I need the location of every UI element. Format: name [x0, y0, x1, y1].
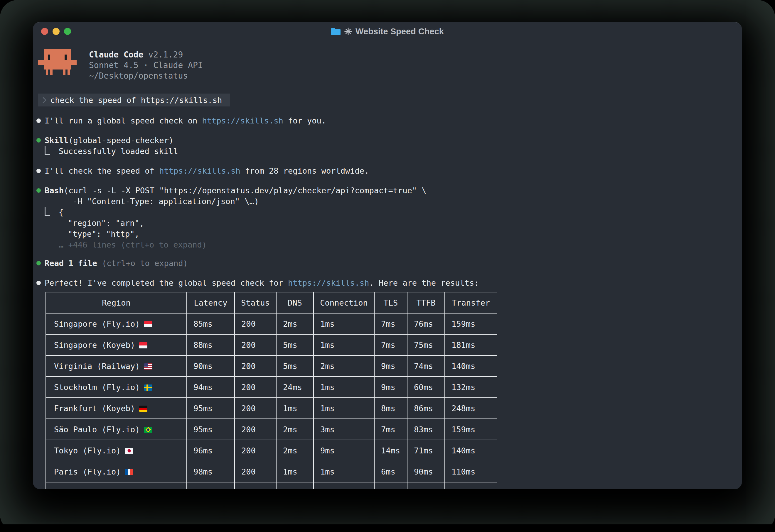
metric-cell: 94ms — [187, 377, 235, 398]
metric-cell: 140ms — [445, 440, 497, 461]
skills-link[interactable]: https://skills.sh — [202, 116, 283, 125]
metric-cell: 86ms — [407, 398, 445, 419]
metric-cell: 2ms — [276, 313, 314, 334]
tool-bullet-icon — [36, 138, 41, 143]
desktop-background: Website Speed Check — [0, 0, 775, 532]
metric-cell: 159ms — [445, 419, 497, 440]
metric-cell: 1ms — [276, 398, 314, 419]
prompt-chevron-icon — [40, 97, 46, 103]
metric-cell: 200 — [235, 355, 276, 377]
metric-cell — [187, 482, 235, 489]
app-name: Claude Code — [89, 50, 143, 60]
bash-call-text: Bash(curl -s -L -X POST "https://opensta… — [45, 185, 426, 196]
skill-result-text: Successfully loaded skill — [59, 146, 178, 157]
region-cell: São Paulo (Fly.io) — [46, 419, 187, 440]
metric-cell: 7ms — [374, 334, 407, 355]
assistant-text: Perfect! I've completed the global speed… — [45, 277, 479, 288]
assistant-text: I'll check the speed of https://skills.s… — [45, 165, 369, 176]
table-row: Paris (Fly.io)98ms2001ms1ms6ms90ms110ms — [46, 461, 497, 482]
skill-call-line: Skill(global-speed-checker) — [36, 135, 738, 146]
metric-cell: 90ms — [407, 461, 445, 482]
flag-icon-sg — [144, 321, 152, 327]
read-text: Read 1 file (ctrl+o to expand) — [45, 258, 188, 269]
metric-cell: 8ms — [374, 398, 407, 419]
metric-cell: 5ms — [276, 355, 314, 377]
metric-cell: 132ms — [445, 377, 497, 398]
column-header: Latency — [187, 292, 235, 313]
window-title-group: Website Speed Check — [33, 22, 742, 41]
skills-link[interactable]: https://skills.sh — [288, 278, 369, 287]
metric-cell: 200 — [235, 313, 276, 334]
metric-cell: 83ms — [407, 419, 445, 440]
table-row-partial — [46, 482, 497, 489]
metric-cell: 200 — [235, 419, 276, 440]
metric-cell: 200 — [235, 440, 276, 461]
metric-cell — [46, 482, 187, 489]
metric-cell: 95ms — [187, 419, 235, 440]
app-version-line: Claude Code v2.1.29 — [89, 50, 203, 60]
asterisk-icon — [344, 28, 352, 35]
table-row: Tokyo (Fly.io)96ms2002ms9ms14ms71ms140ms — [46, 440, 497, 461]
region-cell: Stockholm (Fly.io) — [46, 377, 187, 398]
metric-cell: 85ms — [187, 313, 235, 334]
metric-cell: 1ms — [314, 398, 374, 419]
titlebar[interactable]: Website Speed Check — [33, 22, 742, 41]
assistant-message-check: I'll check the speed of https://skills.s… — [36, 165, 738, 176]
metric-cell: 88ms — [187, 334, 235, 355]
bash-output-expand-hint[interactable]: … +446 lines (ctrl+o to expand) — [36, 239, 738, 250]
terminal-content: Claude Code v2.1.29 Sonnet 4.5 · Claude … — [33, 49, 742, 489]
metric-cell — [445, 482, 497, 489]
column-header: Transfer — [445, 292, 497, 313]
metric-cell: 9ms — [314, 440, 374, 461]
flag-icon-sg — [139, 342, 147, 348]
region-label: Paris (Fly.io) — [54, 467, 121, 476]
table-header-row: RegionLatencyStatusDNSConnectionTLSTTFBT… — [46, 292, 497, 313]
bullet-icon — [36, 169, 41, 173]
read-line: Read 1 file (ctrl+o to expand) — [36, 258, 738, 269]
metric-cell: 181ms — [445, 334, 497, 355]
metric-cell — [276, 482, 314, 489]
flag-icon-fr — [125, 469, 133, 475]
metric-cell — [235, 482, 276, 489]
assistant-message-final: Perfect! I've completed the global speed… — [36, 277, 738, 288]
flag-icon-se — [144, 384, 152, 391]
metric-cell: 1ms — [276, 461, 314, 482]
region-cell: Paris (Fly.io) — [46, 461, 187, 482]
column-header: TTFB — [407, 292, 445, 313]
region-label: Tokyo (Fly.io) — [54, 446, 121, 455]
metric-cell: 200 — [235, 461, 276, 482]
region-label: São Paulo (Fly.io) — [54, 425, 140, 434]
table-row: Stockholm (Fly.io)94ms20024ms1ms9ms60ms1… — [46, 377, 497, 398]
metric-cell: 71ms — [407, 440, 445, 461]
metric-cell: 24ms — [276, 377, 314, 398]
skill-call-text: Skill(global-speed-checker) — [45, 135, 173, 146]
bullet-icon — [36, 118, 41, 123]
bash-cmd-continuation: -H "Content-Type: application/json" \…) — [36, 196, 738, 207]
metric-cell: 2ms — [276, 440, 314, 461]
metric-cell: 9ms — [374, 377, 407, 398]
region-label: Virginia (Railway) — [54, 362, 140, 371]
metric-cell: 95ms — [187, 398, 235, 419]
bash-output-line: "region": "arn", — [36, 218, 738, 228]
metric-cell: 14ms — [374, 440, 407, 461]
claude-code-logo — [38, 49, 77, 76]
metric-cell: 75ms — [407, 334, 445, 355]
read-expand-hint[interactable]: (ctrl+o to expand) — [102, 259, 188, 268]
terminal-window: Website Speed Check — [33, 22, 742, 489]
bash-output-line: "type": "http", — [36, 228, 738, 239]
skills-link[interactable]: https://skills.sh — [159, 166, 240, 175]
window-title: Website Speed Check — [356, 27, 444, 36]
metric-cell: 6ms — [374, 461, 407, 482]
model-line: Sonnet 4.5 · Claude API — [89, 60, 203, 71]
metric-cell: 3ms — [314, 419, 374, 440]
metric-cell: 96ms — [187, 440, 235, 461]
metric-cell: 248ms — [445, 398, 497, 419]
table-row: Virginia (Railway)90ms2005ms2ms9ms74ms14… — [46, 355, 497, 377]
app-version: v2.1.29 — [148, 50, 183, 60]
skill-result-line: Successfully loaded skill — [36, 146, 738, 157]
user-prompt-text: check the speed of https://skills.sh — [50, 95, 222, 106]
bash-output-text: { — [59, 207, 63, 218]
user-prompt: check the speed of https://skills.sh — [38, 94, 230, 106]
region-cell: Singapore (Fly.io) — [46, 313, 187, 334]
assistant-message-intro: I'll run a global speed check on https:/… — [36, 115, 738, 126]
